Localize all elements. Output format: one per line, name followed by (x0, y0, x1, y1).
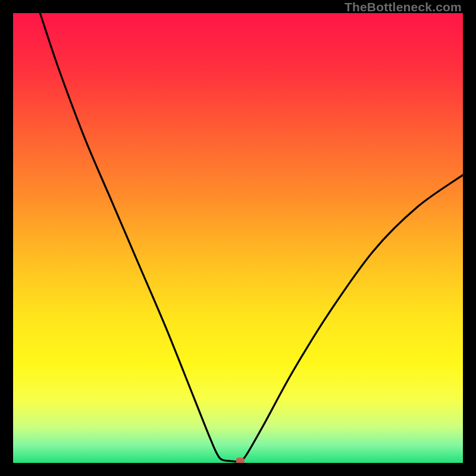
gradient-background (13, 13, 463, 463)
chart-frame (13, 13, 463, 463)
bottleneck-chart (13, 13, 463, 463)
minimum-marker (236, 458, 245, 463)
watermark-label: TheBottleneck.com (345, 0, 462, 14)
